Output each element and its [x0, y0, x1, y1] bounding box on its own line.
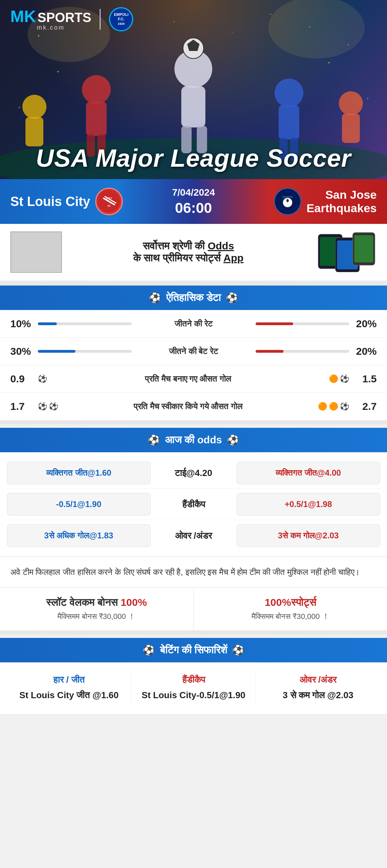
- stat-bar-left-bet-rate: [38, 350, 132, 353]
- logo-area: MK SPORTS mk.com EMPOLIF.C.1920: [10, 7, 133, 31]
- stat-row-bet-rate: 30% जीतने की बेट रेट 20%: [0, 338, 387, 365]
- stat-left-win-rate: 10%: [10, 318, 38, 330]
- bonus-sports-card[interactable]: 100%स्पोर्ट्स मैक्सिमम बोनस ₹30,000 ！: [194, 588, 387, 630]
- betting-recs-title: बेटिंग की सिफारिशें: [160, 644, 227, 656]
- match-center: 7/04/2024 06:00: [159, 187, 228, 216]
- svg-point-11: [275, 79, 303, 107]
- match-time: 06:00: [175, 200, 212, 216]
- svg-point-7: [82, 75, 111, 104]
- bar-fill-left-2: [38, 350, 75, 353]
- promo-app: App: [224, 252, 244, 264]
- historical-title: ऐतिहासिक डेटा: [166, 292, 221, 304]
- odds-row-2: -0.5/1@1.90 हैंडीकैप +0.5/1@1.98: [7, 489, 380, 520]
- bonus-slot-card[interactable]: स्लॉट वेलकम बोनस 100% मैक्सिमम बोनस ₹30,…: [0, 588, 194, 630]
- stat-bar-right-bet-rate: [256, 350, 350, 353]
- odds-left-3[interactable]: 3से अधिक गोल@1.83: [7, 524, 151, 547]
- soccer-icon-left: ⚽: [149, 292, 161, 303]
- promo-text: सर्वोत्तम श्रेणी की Odds के साथ प्रीमियर…: [69, 240, 308, 264]
- page-title: USA Major League Soccer: [0, 144, 387, 172]
- historical-header: ⚽ ऐतिहासिक डेटा ⚽: [0, 286, 387, 310]
- bar-fill-right-2: [256, 350, 284, 353]
- ball-blue-1: ⚽: [38, 374, 47, 383]
- odds-right-2[interactable]: +0.5/1@1.98: [237, 493, 380, 516]
- stat-row-win-rate: 10% जीतने की रेट 20%: [0, 310, 387, 338]
- bar-track-left-2: [38, 350, 132, 353]
- odds-center-1: टाई@4.20: [156, 468, 232, 478]
- stat-bar-right-win-rate: [256, 322, 350, 325]
- stat-label-1: जीतने की रेट: [139, 319, 249, 329]
- rec-type-3: ओवर /अंडर: [259, 674, 377, 685]
- odds-section: ⚽ आज की odds ⚽ व्यक्तिगत जीत@1.60 टाई@4.…: [0, 428, 387, 556]
- soccer-icon-recs-right: ⚽: [232, 644, 244, 656]
- promo-banner[interactable]: सर्वोत्तम श्रेणी की Odds के साथ प्रीमियर…: [0, 224, 387, 281]
- match-banner: St Louis City CITY SC 7/04/2024 06:00 QU…: [0, 179, 387, 224]
- odds-center-3: ओवर /अंडर: [156, 530, 232, 541]
- stat-label-3: प्रति मैच बनाए गए औसत गोल: [47, 374, 329, 384]
- gap-3: [0, 630, 387, 634]
- bonus-sports-title: 100%स्पोर्ट्स: [201, 597, 380, 609]
- bar-fill-left-1: [38, 322, 57, 325]
- rec-type-2: हैंडीकैप: [135, 674, 252, 685]
- bonus-slot-percent: 100%: [120, 597, 147, 608]
- odds-left-1[interactable]: व्यक्तिगत जीत@1.60: [7, 462, 151, 484]
- rec-value-2: St Louis City-0.5/1@1.90: [135, 689, 252, 702]
- stat-label-2: जीतने की बेट रेट: [139, 347, 249, 356]
- stat-right-win-rate: 20%: [349, 318, 377, 330]
- odds-right-1[interactable]: व्यक्तिगत जीत@4.00: [237, 462, 380, 484]
- svg-rect-34: [354, 235, 373, 262]
- stat-right-avg-conceded: 2.7: [349, 401, 377, 412]
- bar-track-left-1: [38, 322, 132, 325]
- bar-track-right-1: [256, 322, 350, 325]
- ball-blue-3: ⚽: [49, 402, 58, 411]
- recs-grid: हार / जीत St Louis City जीत @1.60 हैंडीक…: [0, 662, 387, 714]
- ball-icons-left-2: ⚽ ⚽: [38, 402, 58, 411]
- historical-data-section: ⚽ ऐतिहासिक डेटा ⚽ 10% जीतने की रेट 20% 3…: [0, 286, 387, 420]
- odds-grid: व्यक्तिगत जीत@1.60 टाई@4.20 व्यक्तिगत जी…: [0, 452, 387, 556]
- promo-line1: सर्वोत्तम श्रेणी की: [143, 240, 205, 251]
- bonus-slot-sub: मैक्सिमम बोनस ₹30,000 ！: [7, 611, 186, 622]
- svg-rect-18: [342, 114, 360, 143]
- team-right-name: San Jose Earthquakes: [307, 188, 377, 215]
- odds-center-2: हैंडीकैप: [156, 499, 232, 510]
- svg-rect-8: [86, 102, 107, 136]
- stat-left-avg-goals: 0.9: [10, 373, 38, 385]
- bar-track-right-2: [256, 350, 350, 353]
- stat-left-bet-rate: 30%: [10, 345, 38, 357]
- stat-bar-left-win-rate: [38, 322, 132, 325]
- promo-line2: के साथ प्रीमियर स्पोर्ट्स: [133, 252, 221, 264]
- gap-1: [0, 281, 387, 286]
- odds-right-3[interactable]: 3से कम गोल@2.03: [237, 524, 380, 547]
- vertical-divider: [100, 9, 100, 30]
- ball-red-3: 🟠: [318, 402, 327, 411]
- bonus-slot-sub-text: मैक्सिमम बोनस ₹30,000 ！: [57, 612, 136, 621]
- hero-title-area: USA Major League Soccer: [0, 144, 387, 172]
- svg-text:SC: SC: [107, 205, 111, 207]
- analysis-content: अवे टीम फिलहाल जीत हासिल करने के लिए संघ…: [10, 567, 360, 577]
- soccer-icon-recs-left: ⚽: [143, 644, 155, 656]
- odds-row-1: व्यक्तिगत जीत@1.60 टाई@4.20 व्यक्तिगत जी…: [7, 457, 380, 489]
- odds-left-2[interactable]: -0.5/1@1.90: [7, 493, 151, 516]
- betting-recommendations: ⚽ बेटिंग की सिफारिशें ⚽ हार / जीत St Lou…: [0, 638, 387, 714]
- promo-phones: [315, 231, 377, 273]
- team-left: St Louis City CITY SC: [10, 188, 159, 215]
- rec-type-1: हार / जीत: [10, 674, 128, 685]
- ball-blue-2: ⚽: [38, 402, 47, 411]
- promo-image-placeholder: [10, 231, 62, 273]
- bar-fill-right-1: [256, 322, 293, 325]
- bonus-slot-title-text: स्लॉट वेलकम बोनस: [46, 597, 118, 608]
- soccer-icon-odds-left: ⚽: [148, 434, 160, 446]
- match-date: 7/04/2024: [172, 187, 215, 198]
- stat-right-bet-rate: 20%: [349, 345, 377, 357]
- ball-red-5: ⚽: [340, 402, 349, 411]
- team-right: QUAKES San Jose Earthquakes: [228, 188, 377, 215]
- stat-row-avg-goals: 0.9 ⚽ प्रति मैच बनाए गए औसत गोल 🟠 ⚽ 1.5: [0, 365, 387, 393]
- hero-banner: MK SPORTS mk.com EMPOLIF.C.1920 USA Majo…: [0, 0, 387, 179]
- gap-2: [0, 420, 387, 424]
- rec-col-1: हार / जीत St Louis City जीत @1.60: [7, 669, 131, 707]
- svg-point-15: [22, 95, 46, 119]
- rec-col-2: हैंडीकैप St Louis City-0.5/1@1.90: [131, 669, 256, 707]
- odds-row-3: 3से अधिक गोल@1.83 ओवर /अंडर 3से कम गोल@2…: [7, 520, 380, 551]
- analysis-text: अवे टीम फिलहाल जीत हासिल करने के लिए संघ…: [0, 556, 387, 587]
- ball-icons-right-2: 🟠 🟠 ⚽: [318, 402, 349, 411]
- betting-recs-header: ⚽ बेटिंग की सिफारिशें ⚽: [0, 638, 387, 662]
